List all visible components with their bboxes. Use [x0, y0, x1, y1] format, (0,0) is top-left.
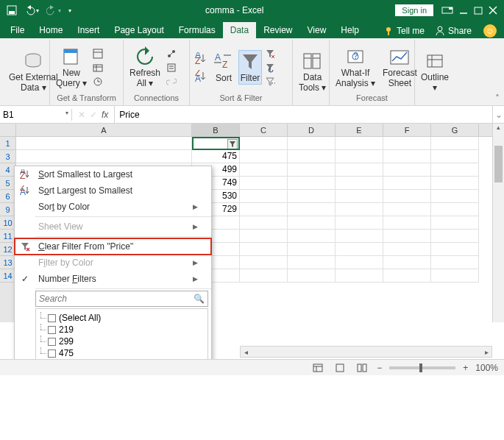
column-header-D[interactable]: D	[288, 124, 336, 136]
cell-C13[interactable]	[240, 256, 288, 269]
cell-G13[interactable]	[431, 256, 479, 269]
sort-button[interactable]: AZSort	[210, 50, 237, 85]
ribbon-options-icon[interactable]	[439, 4, 455, 17]
cell-F6[interactable]	[383, 190, 431, 203]
filter-dropdown-icon[interactable]	[227, 139, 238, 149]
tab-help[interactable]: Help	[333, 22, 366, 38]
cell-D5[interactable]	[288, 177, 336, 190]
filter-search-input[interactable]	[39, 294, 194, 304]
row-header-14[interactable]: 14	[0, 269, 15, 283]
cell-F3[interactable]	[383, 150, 431, 163]
cell-B3[interactable]: 475	[192, 150, 240, 163]
cell-C14[interactable]	[240, 269, 288, 283]
cell-E10[interactable]	[336, 216, 383, 230]
cell-F11[interactable]	[383, 230, 431, 243]
filter-search-box[interactable]: 🔍	[35, 291, 208, 307]
cell-C10[interactable]	[240, 216, 288, 230]
select-all-corner[interactable]	[0, 124, 16, 137]
edit-links-icon[interactable]	[165, 75, 178, 88]
cell-E5[interactable]	[336, 177, 383, 190]
cell-F14[interactable]	[383, 269, 431, 283]
collapse-ribbon-icon[interactable]: ˄	[494, 92, 501, 105]
cell-E11[interactable]	[336, 230, 383, 243]
horizontal-scrollbar[interactable]: ◂ ▸	[240, 346, 492, 358]
tellme-button[interactable]: Tell me	[380, 24, 427, 38]
formula-bar[interactable]: Price	[114, 106, 492, 123]
zoom-out-icon[interactable]: −	[377, 363, 382, 373]
filter-button[interactable]: Filter	[238, 50, 262, 85]
whatif-analysis-button[interactable]: ?What-If Analysis ▾	[333, 45, 378, 89]
cell-D14[interactable]	[288, 269, 336, 283]
checkbox-icon[interactable]	[48, 349, 56, 358]
name-box[interactable]: B1 ▾	[0, 109, 72, 121]
cell-F9[interactable]	[383, 203, 431, 216]
save-icon[interactable]	[4, 3, 19, 18]
cell-C6[interactable]	[240, 190, 288, 203]
checkbox-icon[interactable]	[48, 338, 56, 346]
maximize-icon[interactable]	[472, 4, 485, 17]
scroll-left-icon[interactable]: ◂	[241, 348, 251, 356]
scroll-right-icon[interactable]: ▸	[481, 348, 491, 356]
expand-formula-bar-icon[interactable]: ⌄	[492, 106, 504, 123]
properties-icon[interactable]	[165, 61, 178, 74]
zoom-slider[interactable]	[389, 366, 455, 369]
cell-B1[interactable]	[192, 137, 240, 150]
qat-customize-icon[interactable]: ▾	[66, 5, 74, 16]
minimize-icon[interactable]	[457, 4, 470, 17]
cell-E14[interactable]	[336, 269, 383, 283]
sort-asc-icon[interactable]: AZ	[193, 51, 209, 67]
cell-D3[interactable]	[288, 150, 336, 163]
vertical-scrollbar[interactable]: ▴	[492, 124, 504, 322]
column-header-C[interactable]: C	[240, 124, 288, 136]
feedback-smiley-icon[interactable]: ☺	[483, 24, 497, 38]
recent-sources-icon[interactable]	[91, 75, 104, 88]
row-header-12[interactable]: 12	[0, 243, 15, 256]
share-button[interactable]: Share	[432, 24, 475, 38]
cell-G4[interactable]	[431, 163, 479, 177]
cell-F13[interactable]	[383, 256, 431, 269]
column-header-F[interactable]: F	[383, 124, 431, 136]
data-tools-button[interactable]: Data Tools ▾	[296, 49, 329, 93]
column-header-A[interactable]: A	[16, 124, 192, 136]
clear-filter-icon[interactable]	[263, 47, 277, 60]
forecast-sheet-button[interactable]: Forecast Sheet	[380, 45, 420, 89]
row-header-1[interactable]: 1	[0, 137, 15, 150]
cell-D10[interactable]	[288, 216, 336, 230]
cell-D11[interactable]	[288, 230, 336, 243]
cell-F1[interactable]	[383, 137, 431, 150]
menu-sort-by-color[interactable]: Sort by Color▶	[15, 199, 211, 215]
cell-C9[interactable]	[240, 203, 288, 216]
filter-value-item[interactable]: 299	[39, 336, 205, 347]
row-header-3[interactable]: 3	[0, 150, 15, 163]
tab-data[interactable]: Data	[223, 22, 256, 38]
reapply-filter-icon[interactable]	[263, 61, 277, 74]
filter-value-item[interactable]: (Select All)	[39, 312, 205, 324]
filter-value-item[interactable]: 475	[39, 347, 205, 359]
cell-E4[interactable]	[336, 163, 383, 177]
tab-insert[interactable]: Insert	[70, 22, 107, 38]
tab-review[interactable]: Review	[256, 22, 299, 38]
sort-desc-icon[interactable]: ZA	[193, 68, 209, 85]
checkbox-icon[interactable]	[48, 326, 56, 334]
cell-C12[interactable]	[240, 243, 288, 256]
row-header-4[interactable]: 4	[0, 163, 15, 177]
new-query-button[interactable]: New Query ▾	[53, 45, 90, 89]
row-header-13[interactable]: 13	[0, 256, 15, 269]
row-header-9[interactable]: 9	[0, 203, 15, 216]
cell-G9[interactable]	[431, 203, 479, 216]
outline-button[interactable]: Outline ▾	[418, 49, 452, 93]
cell-A3[interactable]	[16, 150, 192, 163]
cell-D13[interactable]	[288, 256, 336, 269]
row-header-5[interactable]: 5	[0, 177, 15, 190]
row-header-6[interactable]: 6	[0, 190, 15, 203]
cell-G14[interactable]	[431, 269, 479, 283]
cell-E1[interactable]	[336, 137, 383, 150]
cell-C3[interactable]	[240, 150, 288, 163]
cell-F12[interactable]	[383, 243, 431, 256]
column-header-B[interactable]: B	[192, 124, 240, 136]
cell-C1[interactable]	[240, 137, 288, 150]
signin-button[interactable]: Sign in	[395, 4, 433, 16]
cell-F4[interactable]	[383, 163, 431, 177]
page-break-view-icon[interactable]	[355, 362, 369, 374]
row-header-11[interactable]: 11	[0, 230, 15, 243]
